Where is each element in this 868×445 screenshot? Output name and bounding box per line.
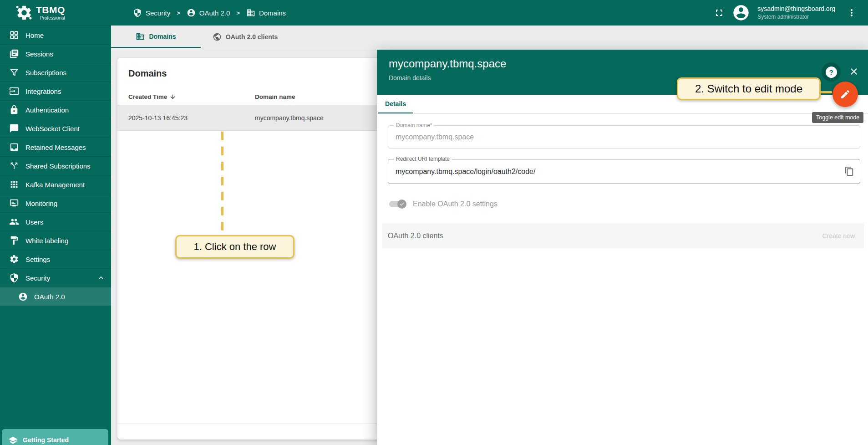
breadcrumb-domains[interactable]: Domains	[246, 8, 286, 17]
sidebar-item-home[interactable]: Home	[0, 26, 111, 45]
step1-dashed-pointer-line	[221, 132, 223, 235]
tbmq-gear-logo-icon	[15, 4, 33, 21]
domain-icon	[246, 8, 255, 17]
user-info: sysadmin@thingsboard.org System administ…	[757, 5, 835, 20]
sidebar-item-subscriptions[interactable]: Subscriptions	[0, 63, 111, 82]
breadcrumb-label: Security	[146, 9, 170, 17]
check-icon	[399, 201, 405, 207]
sidebar-item-label: Retained Messages	[25, 143, 86, 151]
filter-icon	[9, 67, 19, 77]
sidebar-item-label: Users	[25, 218, 43, 226]
fullscreen-button[interactable]	[714, 7, 725, 18]
sidebar-item-label: White labeling	[25, 237, 68, 245]
breadcrumb-separator: >	[236, 10, 240, 16]
sidebar-item-label: Security	[25, 274, 50, 282]
column-label: Created Time	[128, 93, 167, 100]
sidebar-subitem-oauth[interactable]: OAuth 2.0	[0, 287, 111, 306]
sidebar: Home Sessions Subscriptions Integrations…	[0, 26, 111, 445]
tab-details[interactable]: Details	[378, 95, 413, 113]
redirect-uri-input[interactable]: mycompany.tbmq.space/login/oauth2/code/	[388, 159, 860, 184]
sidebar-nav: Home Sessions Subscriptions Integrations…	[0, 26, 111, 306]
shield-icon	[133, 8, 142, 17]
tab-domains[interactable]: Domains	[111, 26, 201, 48]
chevron-up-icon	[96, 273, 106, 282]
sidebar-item-settings[interactable]: Settings	[0, 250, 111, 269]
lock-icon	[9, 105, 19, 115]
more-vert-icon	[846, 7, 857, 18]
sidebar-item-authentication[interactable]: Authentication	[0, 101, 111, 119]
dashboard-icon	[9, 30, 19, 40]
breadcrumb-oauth[interactable]: OAuth 2.0	[187, 8, 230, 17]
toggle-edit-mode-fab[interactable]	[832, 82, 858, 107]
sidebar-item-label: Kafka Management	[25, 181, 85, 189]
close-button[interactable]	[847, 65, 861, 78]
avatar-icon	[732, 4, 750, 22]
tab-label: Domains	[149, 33, 176, 40]
copy-button[interactable]	[844, 166, 854, 176]
step1-callout: 1. Click on the row	[175, 235, 294, 259]
sidebar-item-integrations[interactable]: Integrations	[0, 82, 111, 101]
tab-oauth-clients[interactable]: OAuth 2.0 clients	[201, 26, 289, 48]
main-tabbar: Domains OAuth 2.0 clients	[111, 26, 868, 48]
sidebar-item-users[interactable]: Users	[0, 213, 111, 231]
sidebar-item-kafka-management[interactable]: Kafka Management	[0, 175, 111, 194]
domain-name-input: mycompany.tbmq.space	[388, 126, 860, 148]
getting-started-label: Getting Started	[23, 436, 69, 444]
oauth-clients-section: OAuth 2.0 clients Create new	[382, 223, 864, 248]
sidebar-item-label: Settings	[25, 256, 50, 263]
sidebar-item-shared-subscriptions[interactable]: Shared Subscriptions	[0, 157, 111, 175]
step2-dashed-connector	[820, 91, 832, 93]
sidebar-item-security[interactable]: Security	[0, 269, 111, 287]
format-paint-icon	[9, 235, 19, 246]
monitor-icon	[9, 198, 19, 208]
sidebar-item-white-labeling[interactable]: White labeling	[0, 231, 111, 250]
school-icon	[8, 435, 18, 445]
column-header-created-time[interactable]: Created Time	[128, 93, 255, 100]
sidebar-item-label: WebSocket Client	[25, 125, 80, 133]
oauth-clients-title: OAuth 2.0 clients	[388, 232, 443, 240]
sidebar-item-label: Authentication	[25, 106, 69, 114]
sidebar-subitem-label: OAuth 2.0	[34, 293, 65, 301]
sidebar-item-retained-messages[interactable]: Retained Messages	[0, 138, 111, 157]
sidebar-item-label: Integrations	[25, 87, 61, 95]
sidebar-item-monitoring[interactable]: Monitoring	[0, 194, 111, 213]
user-email: sysadmin@thingsboard.org	[757, 5, 835, 13]
user-role: System administrator	[757, 13, 835, 20]
logo-text: TBMQ Professional	[36, 5, 65, 20]
sort-arrow-down-icon	[169, 93, 176, 100]
gear-icon	[9, 254, 19, 264]
create-new-button: Create new	[822, 232, 855, 240]
header-menu-button[interactable]	[846, 7, 857, 18]
column-label: Domain name	[255, 93, 295, 100]
group-icon	[9, 217, 19, 227]
toggle-label: Enable OAuth 2.0 settings	[413, 200, 497, 208]
input-icon	[9, 86, 19, 96]
sidebar-item-label: Monitoring	[25, 199, 57, 207]
column-header-domain-name[interactable]: Domain name	[255, 93, 295, 100]
help-button[interactable]: ?	[822, 62, 841, 82]
user-avatar[interactable]	[732, 4, 750, 22]
account-circle-icon	[18, 292, 28, 302]
breadcrumb: Security > OAuth 2.0 > Domains	[133, 8, 286, 17]
logo[interactable]: TBMQ Professional	[0, 4, 111, 21]
app-root: TBMQ Professional Security > OAuth 2.0 >…	[0, 0, 868, 445]
breadcrumb-separator: >	[177, 10, 180, 16]
shield-icon	[9, 273, 19, 283]
sidebar-item-label: Subscriptions	[25, 69, 66, 77]
getting-started-button[interactable]: Getting Started	[2, 429, 108, 445]
apps-grid-icon	[9, 179, 19, 189]
oauth-settings-toggle	[389, 201, 405, 207]
pencil-icon	[840, 89, 851, 100]
drawer-title: mycompany.tbmq.space	[389, 57, 868, 70]
sidebar-item-sessions[interactable]: Sessions	[0, 45, 111, 63]
step2-callout: 2. Switch to edit mode	[677, 77, 821, 100]
header-actions: sysadmin@thingsboard.org System administ…	[714, 4, 868, 22]
redirect-uri-field: Redirect URI template mycompany.tbmq.spa…	[388, 159, 860, 184]
chat-icon	[9, 123, 19, 133]
details-drawer: mycompany.tbmq.space Domain details ? To…	[377, 50, 868, 445]
drawer-body: Domain name* mycompany.tbmq.space Redire…	[377, 114, 868, 248]
sidebar-item-websocket-client[interactable]: WebSocket Client	[0, 119, 111, 138]
help-icon: ?	[826, 66, 837, 78]
breadcrumb-security[interactable]: Security	[133, 8, 170, 17]
domain-name-label: Domain name*	[394, 122, 434, 128]
